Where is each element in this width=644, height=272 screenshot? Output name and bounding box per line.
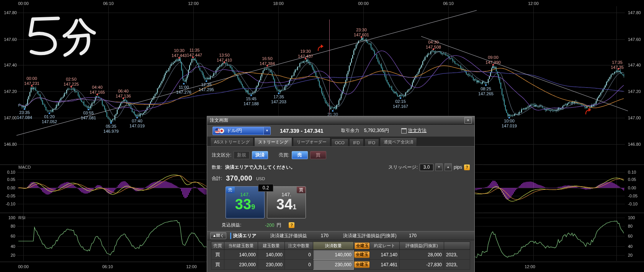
order-type-new-button[interactable]: 新規 <box>234 151 250 159</box>
side-label: 売買: <box>279 152 289 158</box>
close-icon[interactable]: × <box>464 117 472 124</box>
col-header-4[interactable]: 決済数量 <box>313 242 354 250</box>
col-header-2[interactable]: 建玉数量 <box>258 242 285 250</box>
tab-4[interactable]: IFD <box>349 138 364 146</box>
eval-pl-value: 170 <box>321 233 329 238</box>
close-area-bar: ▲開く 決済エリア 決済建玉評価損益 170 決済建玉評価損益(円換算) 170 <box>207 231 474 240</box>
buy-side-button[interactable]: 買 <box>310 151 326 159</box>
cell-r1-c4[interactable]: 230,000 <box>313 260 354 270</box>
col-header-8[interactable] <box>444 242 470 250</box>
cell-r1-c7: -27,830 <box>400 260 444 270</box>
slippage-help-icon[interactable]: ? <box>464 165 470 170</box>
slippage-unit: pips <box>454 165 462 170</box>
chevron-down-icon[interactable]: ▼ <box>263 127 270 135</box>
total-unit: USD <box>256 176 265 181</box>
eval-pl-jpy-label: 決済建玉評価損益(円換算) <box>343 233 397 239</box>
cell-r0-c2: 140,000 <box>258 250 285 260</box>
lot-badge-button[interactable]: 全建玉 <box>354 251 370 258</box>
spread-value: 0.2 <box>258 184 273 192</box>
tab-0[interactable]: ASストリーミング <box>210 137 253 146</box>
tab-1[interactable]: ストリーミング <box>254 137 292 146</box>
currency-pair-select[interactable]: ドル/円 ▼ <box>212 127 271 135</box>
cell-r0-c5[interactable]: 全建玉 <box>354 250 370 260</box>
order-method-link[interactable]: 注文方法 <box>401 127 427 134</box>
cell-r1-c1: 230,000 <box>224 260 258 270</box>
handwritten-note <box>20 15 100 59</box>
order-window: 注文画面 × ドル/円 ▼ 147.339 - 147.341 取引余力 5,7… <box>207 116 475 272</box>
sell-tag: 売 <box>226 187 235 193</box>
order-window-title: 注文画面 <box>210 117 228 124</box>
cell-r1-c5[interactable]: 全建玉 <box>354 260 370 270</box>
cell-r0-c0: 買 <box>211 250 224 260</box>
quantity-hint: 決済エリアで入力してください。 <box>225 164 295 171</box>
pl-help-icon[interactable]: ? <box>289 222 294 228</box>
margin-value: 5,792,305円 <box>364 127 389 134</box>
collapse-area-button[interactable]: ▲開く <box>210 232 226 239</box>
tab-6[interactable]: 通貨ペア全決済 <box>380 137 417 146</box>
currency-pair-label: ドル/円 <box>227 127 263 134</box>
lot-badge-button[interactable]: 全建玉 <box>354 261 370 268</box>
expected-pl-label: 見込損益: <box>222 222 241 228</box>
col-header-7[interactable]: 評価損益(円換算) <box>400 242 444 250</box>
expected-pl-unit: 円 <box>276 222 281 228</box>
slippage-increase-icon[interactable]: ▲ <box>445 163 452 171</box>
slippage-input[interactable]: 3.0 <box>420 164 433 171</box>
order-window-titlebar[interactable]: 注文画面 × <box>207 116 474 125</box>
col-header-6[interactable]: 約定レート <box>370 242 400 250</box>
sell-price-big: 339 <box>226 197 264 214</box>
close-area-title: 決済エリア <box>230 233 257 239</box>
streaming-panel: 注文区分: 新規 決済 売買: 売 買 数量: 決済エリアで入力してください。 … <box>207 147 474 228</box>
eval-pl-jpy-value: 170 <box>409 233 417 238</box>
tab-5[interactable]: IFO <box>364 138 379 146</box>
positions-table: 売買当初建玉数量建玉数量注文中数量決済数量全建玉約定レート評価損益(円換算) 買… <box>211 241 470 270</box>
cell-r1-c0: 買 <box>211 260 224 270</box>
sell-side-button[interactable]: 売 <box>292 151 308 159</box>
lot-badge-header: 全建玉 <box>355 243 370 249</box>
slippage-decrease-icon[interactable]: ▼ <box>435 163 443 171</box>
cell-r1-c8: 2023, <box>444 260 470 270</box>
slippage-label: スリッページ: <box>388 164 418 171</box>
col-header-1[interactable]: 当初建玉数量 <box>224 242 258 250</box>
order-type-label: 注文区分: <box>212 152 231 158</box>
order-type-close-button[interactable]: 決済 <box>252 151 268 159</box>
expected-pl-value: -200 <box>265 223 274 228</box>
buy-price-big: 341 <box>267 197 306 214</box>
cell-r1-c6: 147.461 <box>370 260 400 270</box>
buy-tag: 買 <box>297 187 306 193</box>
tab-3[interactable]: OCO <box>331 138 348 146</box>
cell-r0-c1: 140,000 <box>224 250 258 260</box>
col-header-5[interactable]: 全建玉 <box>354 242 370 250</box>
bid-ask-quote: 147.339 - 147.341 <box>280 128 324 134</box>
cell-r1-c3: 0 <box>285 260 313 270</box>
cell-r0-c4[interactable]: 140,000 <box>313 250 354 260</box>
order-method-icon <box>401 128 407 134</box>
cell-r0-c6: 147.140 <box>370 250 400 260</box>
table-row: 買140,000140,0000140,000全建玉147.14028,0002… <box>211 250 470 260</box>
order-infobar: ドル/円 ▼ 147.339 - 147.341 取引余力 5,792,305円… <box>207 125 474 137</box>
cell-r0-c3: 0 <box>285 250 313 260</box>
eval-pl-label: 決済建玉評価損益 <box>270 233 307 239</box>
col-header-0[interactable]: 売買 <box>211 242 224 250</box>
col-header-3[interactable]: 注文中数量 <box>285 242 313 250</box>
trading-app-screen: 147.80147.80147.60147.60147.40147.40147.… <box>0 0 644 272</box>
table-row: 買230,000230,0000230,000全建玉147.461-27,830… <box>211 260 470 270</box>
cell-r1-c2: 230,000 <box>258 260 285 270</box>
total-value: 370,000 <box>226 174 252 182</box>
margin-label: 取引余力 <box>341 127 360 134</box>
cell-r0-c8: 2023, <box>444 250 470 260</box>
us-flag-icon <box>215 128 220 134</box>
tab-2[interactable]: リーブオーダー <box>293 137 330 146</box>
total-label: 合計: <box>212 175 222 182</box>
order-tabs: ASストリーミングストリーミングリーブオーダーOCOIFDIFO通貨ペア全決済 <box>207 137 474 147</box>
quantity-label: 数量: <box>212 164 222 171</box>
quote-buttons: 売 147. 339 0.2 買 147. 341 <box>222 184 470 221</box>
cell-r0-c7: 28,000 <box>400 250 444 260</box>
